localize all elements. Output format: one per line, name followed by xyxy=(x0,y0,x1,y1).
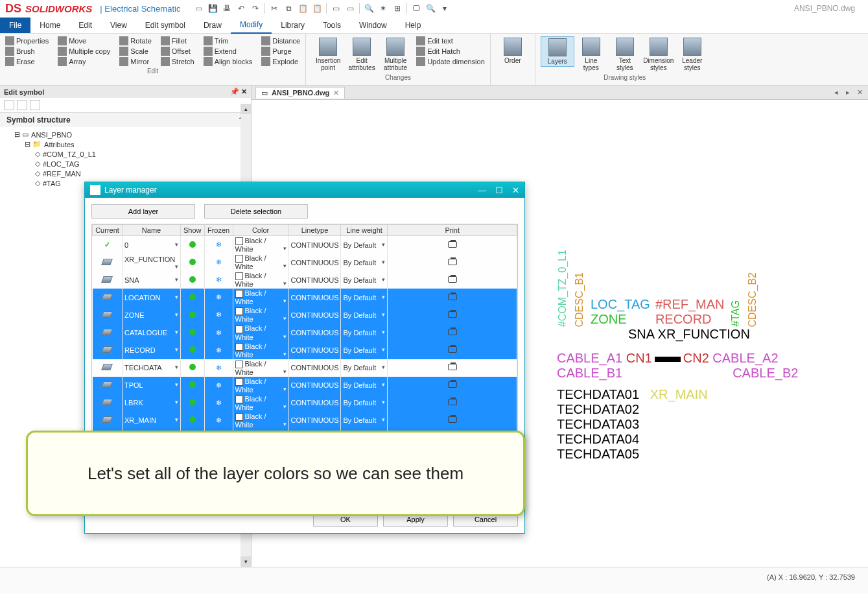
cell-frozen[interactable]: ❄ xyxy=(204,324,233,341)
menu-draw[interactable]: Draw xyxy=(194,18,231,33)
cell-show[interactable] xyxy=(181,412,205,429)
scroll-down-icon[interactable]: ▾ xyxy=(240,556,251,567)
tree-attr-item[interactable]: ◇#LOC_TAG xyxy=(35,159,247,169)
ribbon-properties[interactable]: Properties xyxy=(5,36,49,45)
cell-name[interactable]: LBRK xyxy=(123,394,181,412)
cell-lineweight[interactable]: By Default xyxy=(341,342,388,359)
ribbon-edit-text[interactable]: Edit text xyxy=(416,36,485,45)
cell-frozen[interactable]: ❄ xyxy=(204,342,233,359)
layer-row[interactable]: XR_FUNCTION❄Black / WhiteCONTINUOUSBy De… xyxy=(93,254,517,271)
layer-row[interactable]: CATALOGUE❄Black / WhiteCONTINUOUSBy Defa… xyxy=(93,324,517,341)
qat-undo-icon[interactable]: ↶ xyxy=(236,3,246,14)
tab-nav-left-icon[interactable]: ◂ xyxy=(832,88,841,97)
ribbon-offset[interactable]: Offset xyxy=(161,47,194,56)
ribbon-text-styles[interactable]: Text styles xyxy=(608,36,642,73)
menu-tools[interactable]: Tools xyxy=(314,18,350,33)
col-current[interactable]: Current xyxy=(93,225,123,236)
qat-search-icon[interactable]: 🔍 xyxy=(364,3,374,14)
col-frozen[interactable]: Frozen xyxy=(204,225,233,236)
cell-current[interactable] xyxy=(93,254,123,271)
ribbon-mirror[interactable]: Mirror xyxy=(119,57,151,66)
cell-print[interactable] xyxy=(388,271,517,289)
ribbon-stretch[interactable]: Stretch xyxy=(161,57,194,66)
ribbon-edit-hatch[interactable]: Edit Hatch xyxy=(416,47,485,56)
cell-color[interactable]: Black / White xyxy=(233,289,288,306)
cell-frozen[interactable]: ❄ xyxy=(204,271,233,289)
cell-print[interactable] xyxy=(388,342,517,359)
cell-name[interactable]: TECHDATA xyxy=(123,359,181,377)
cell-print[interactable] xyxy=(388,412,517,429)
cell-show[interactable] xyxy=(181,236,205,254)
cell-print[interactable] xyxy=(388,306,517,324)
ribbon-update-dimension[interactable]: Update dimension xyxy=(416,57,485,66)
qat-paste-icon[interactable]: 📋 xyxy=(298,3,308,14)
left-tool-2-icon[interactable] xyxy=(17,100,27,110)
layer-row[interactable]: ZONE❄Black / WhiteCONTINUOUSBy Default xyxy=(93,306,517,324)
layer-row[interactable]: LBRK❄Black / WhiteCONTINUOUSBy Default xyxy=(93,394,517,412)
cell-name[interactable]: XR_MAIN xyxy=(123,412,181,429)
cell-lineweight[interactable]: By Default xyxy=(341,412,388,429)
ribbon-rotate[interactable]: Rotate xyxy=(119,36,151,45)
left-tool-1-icon[interactable] xyxy=(4,100,14,110)
cell-name[interactable]: CATALOGUE xyxy=(123,324,181,341)
cell-name[interactable]: ZONE xyxy=(123,306,181,324)
menu-modify[interactable]: Modify xyxy=(231,17,272,34)
menu-help[interactable]: Help xyxy=(396,18,430,33)
cell-show[interactable] xyxy=(181,271,205,289)
cell-color[interactable]: Black / White xyxy=(233,254,288,271)
ribbon-multiple-copy[interactable]: Multiple copy xyxy=(58,47,110,56)
ribbon-explode[interactable]: Explode xyxy=(261,57,300,66)
drawing-tab[interactable]: ▭ ANSI_PBNO.dwg ✕ xyxy=(255,87,345,99)
cell-current[interactable] xyxy=(93,342,123,359)
dialog-titlebar[interactable]: Layer manager — ☐ ✕ xyxy=(85,182,524,198)
cell-show[interactable] xyxy=(181,324,205,341)
tab-close-all-icon[interactable]: ✕ xyxy=(855,88,864,97)
ribbon-multiple-attribute[interactable]: Multiple attribute xyxy=(379,36,412,73)
cell-current[interactable] xyxy=(93,306,123,324)
cell-lineweight[interactable]: By Default xyxy=(341,324,388,341)
cell-name[interactable]: LOCATION xyxy=(123,289,181,306)
qat-copy-icon[interactable]: ⧉ xyxy=(283,3,294,14)
cell-lineweight[interactable]: By Default xyxy=(341,359,388,377)
menu-view[interactable]: View xyxy=(101,18,136,33)
cell-frozen[interactable]: ❄ xyxy=(204,394,233,412)
cell-frozen[interactable]: ❄ xyxy=(204,236,233,254)
menu-edit-symbol[interactable]: Edit symbol xyxy=(136,18,194,33)
cell-show[interactable] xyxy=(181,306,205,324)
cell-frozen[interactable]: ❄ xyxy=(204,377,233,394)
cell-color[interactable]: Black / White xyxy=(233,271,288,289)
qat-paste2-icon[interactable]: 📋 xyxy=(312,3,322,14)
cell-linetype[interactable]: CONTINUOUS xyxy=(288,324,341,341)
layer-row[interactable]: XR_MAIN❄Black / WhiteCONTINUOUSBy Defaul… xyxy=(93,412,517,429)
cell-frozen[interactable]: ❄ xyxy=(204,412,233,429)
ribbon-edit-attributes[interactable]: Edit attributes xyxy=(345,36,379,73)
layer-row[interactable]: LOCATION❄Black / WhiteCONTINUOUSBy Defau… xyxy=(93,289,517,306)
menu-file[interactable]: File xyxy=(0,18,30,33)
cell-show[interactable] xyxy=(181,342,205,359)
cell-linetype[interactable]: CONTINUOUS xyxy=(288,236,341,254)
cell-lineweight[interactable]: By Default xyxy=(341,236,388,254)
ribbon-distance[interactable]: Distance xyxy=(261,36,300,45)
add-layer-button[interactable]: Add layer xyxy=(91,204,195,219)
col-color[interactable]: Color xyxy=(233,225,288,236)
ribbon-erase[interactable]: Erase xyxy=(5,57,49,66)
dialog-close-icon[interactable]: ✕ xyxy=(512,185,519,195)
menu-edit[interactable]: Edit xyxy=(69,18,101,33)
menu-window[interactable]: Window xyxy=(350,18,396,33)
cell-current[interactable] xyxy=(93,394,123,412)
col-lineweight[interactable]: Line weight xyxy=(341,225,388,236)
cell-color[interactable]: Black / White xyxy=(233,236,288,254)
tab-nav-right-icon[interactable]: ▸ xyxy=(843,88,852,97)
cell-frozen[interactable]: ❄ xyxy=(204,254,233,271)
ribbon-line-types[interactable]: Line types xyxy=(574,36,608,73)
cell-print[interactable] xyxy=(388,377,517,394)
cell-name[interactable]: SNA xyxy=(123,271,181,289)
layer-row[interactable]: TPOL❄Black / WhiteCONTINUOUSBy Default xyxy=(93,377,517,394)
cell-name[interactable]: RECORD xyxy=(123,342,181,359)
cell-show[interactable] xyxy=(181,359,205,377)
cell-lineweight[interactable]: By Default xyxy=(341,271,388,289)
ribbon-dimension-styles[interactable]: Dimension styles xyxy=(642,36,675,73)
cell-current[interactable]: ✓ xyxy=(93,236,123,254)
cell-color[interactable]: Black / White xyxy=(233,324,288,341)
col-show[interactable]: Show xyxy=(181,225,205,236)
